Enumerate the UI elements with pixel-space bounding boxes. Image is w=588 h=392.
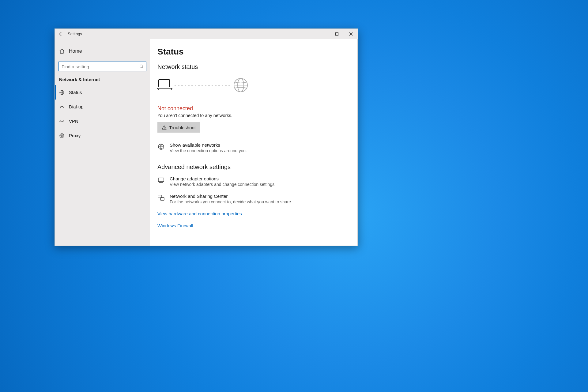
adapter-icon: [157, 177, 165, 184]
warning-icon: [162, 125, 167, 130]
home-icon: [59, 48, 65, 54]
sharing-title: Network and Sharing Center: [170, 194, 292, 199]
svg-point-3: [60, 107, 61, 108]
show-available-networks[interactable]: Show available networks View the connect…: [157, 142, 351, 153]
sidebar-item-label: VPN: [69, 119, 78, 124]
sidebar-item-label: Status: [69, 90, 82, 95]
svg-rect-0: [336, 32, 338, 35]
sharing-icon: [157, 194, 165, 202]
section-heading-network-status: Network status: [157, 63, 351, 70]
window-controls: [316, 29, 358, 39]
sidebar-item-vpn[interactable]: VPN: [55, 114, 150, 128]
minimize-button[interactable]: [316, 29, 330, 39]
window-body: Home Network & Internet Status Dial-: [55, 39, 358, 246]
svg-rect-8: [159, 80, 170, 87]
category-heading: Network & Internet: [59, 77, 150, 82]
sidebar-item-proxy[interactable]: Proxy: [55, 128, 150, 143]
search-icon: [137, 64, 146, 69]
svg-point-5: [60, 121, 61, 122]
sidebar-item-label: Dial-up: [69, 104, 84, 109]
close-icon: [349, 32, 353, 36]
back-arrow-icon: [59, 32, 64, 36]
sidebar-item-status[interactable]: Status: [55, 85, 150, 100]
change-adapter-options[interactable]: Change adapter options View network adap…: [157, 176, 351, 187]
home-label: Home: [69, 48, 82, 54]
network-diagram: [157, 76, 351, 94]
not-connected-sub: You aren't connected to any networks.: [157, 113, 351, 118]
search-box[interactable]: [58, 62, 146, 71]
troubleshoot-button[interactable]: Troubleshoot: [157, 122, 200, 133]
section-heading-advanced: Advanced network settings: [157, 164, 351, 171]
page-title: Status: [157, 47, 351, 57]
globe-wire-icon: [59, 90, 65, 95]
dialup-icon: [59, 104, 65, 110]
close-button[interactable]: [344, 29, 358, 39]
minimize-icon: [321, 32, 325, 36]
svg-point-6: [63, 121, 64, 122]
proxy-icon: [59, 133, 65, 138]
show-networks-title: Show available networks: [170, 142, 247, 148]
titlebar: Settings: [55, 29, 358, 39]
scrollbar[interactable]: [357, 39, 358, 246]
network-sharing-center[interactable]: Network and Sharing Center For the netwo…: [157, 194, 351, 204]
search-input[interactable]: [59, 64, 137, 69]
maximize-button[interactable]: [330, 29, 344, 39]
sidebar-item-dialup[interactable]: Dial-up: [55, 100, 150, 114]
home-button[interactable]: Home: [55, 44, 150, 58]
troubleshoot-label: Troubleshoot: [169, 125, 196, 130]
sidebar-item-label: Proxy: [69, 133, 81, 138]
vpn-icon: [59, 119, 65, 124]
sidebar: Home Network & Internet Status Dial-: [55, 39, 150, 246]
globe-outline-icon: [157, 143, 165, 150]
sharing-sub: For the networks you connect to, decide …: [170, 199, 292, 204]
svg-point-4: [63, 107, 63, 108]
content-area: Status Network status Not connected Yo: [150, 39, 358, 246]
svg-rect-16: [158, 178, 164, 182]
window-title: Settings: [68, 32, 82, 36]
not-connected-label: Not connected: [157, 105, 351, 112]
svg-point-14: [164, 128, 164, 129]
adapter-sub: View network adapters and change connect…: [170, 182, 276, 187]
back-button[interactable]: [55, 29, 68, 39]
settings-window: Settings Home: [55, 28, 358, 246]
svg-point-1: [140, 65, 143, 68]
link-hardware-properties[interactable]: View hardware and connection properties: [157, 211, 351, 216]
adapter-title: Change adapter options: [170, 176, 276, 181]
maximize-icon: [335, 32, 339, 36]
link-windows-firewall[interactable]: Windows Firewall: [157, 223, 351, 228]
show-networks-sub: View the connection options around you.: [170, 148, 247, 153]
